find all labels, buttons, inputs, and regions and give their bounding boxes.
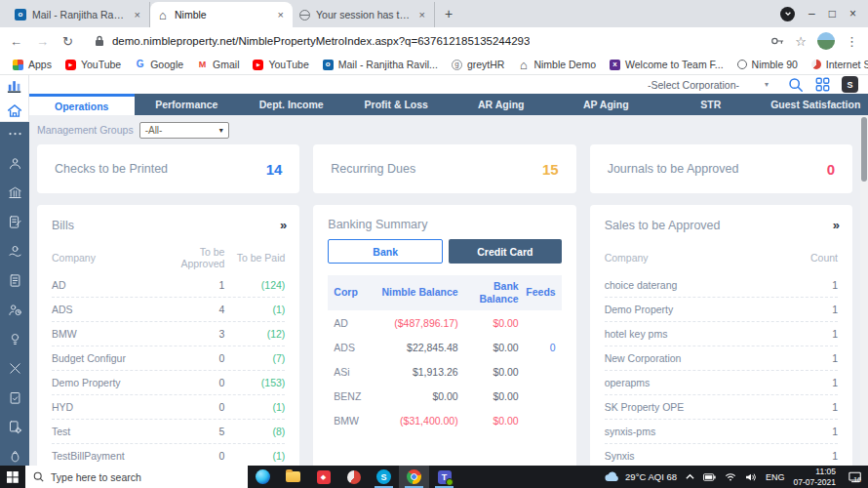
nav-tab-profit-loss[interactable]: Profit & Loss — [344, 94, 450, 115]
nav-tab-guest-satisfaction[interactable]: Guest Satisfaction — [764, 94, 868, 115]
banking-table-row[interactable]: ASi $1,913.26 $0.00 — [328, 359, 561, 384]
battery-icon[interactable] — [703, 473, 716, 481]
taskbar-app-speedtest[interactable] — [338, 466, 369, 488]
sales-table-row[interactable]: synxis-pms 1 — [605, 420, 838, 444]
sales-table-row[interactable]: Demo Property 1 — [605, 298, 838, 322]
tab-close-icon[interactable]: × — [133, 9, 142, 20]
sidebar-doc-settings-icon[interactable] — [7, 419, 22, 434]
bills-table-row[interactable]: BMW 3 (12) — [52, 322, 285, 346]
taskbar-app-teams[interactable] — [429, 466, 459, 488]
bookmark-item[interactable]: greytHR — [447, 58, 510, 71]
reload-button-icon[interactable]: ↻ — [62, 34, 73, 49]
new-tab-button[interactable]: + — [435, 6, 462, 21]
sidebar-user-admin-icon[interactable] — [7, 155, 22, 171]
media-controls-button[interactable] — [780, 7, 795, 21]
window-minimize-button[interactable]: – — [809, 7, 815, 20]
summary-card[interactable]: Recurring Dues 15 — [313, 144, 575, 193]
window-maximize-button[interactable]: □ — [829, 7, 836, 20]
taskbar-app-chrome[interactable] — [399, 466, 429, 488]
forward-button-icon[interactable]: → — [36, 34, 49, 49]
bookmark-item[interactable]: Nimble Demo — [513, 58, 601, 71]
page-scrollbar[interactable] — [860, 115, 868, 466]
notification-center-button[interactable]: 16 — [845, 471, 862, 483]
sales-table-row[interactable]: Synxis 1 — [605, 444, 838, 466]
sidebar-idea-icon[interactable] — [7, 331, 22, 346]
bills-table-row[interactable]: Test 5 (8) — [52, 420, 285, 444]
nav-tab-ap-aging[interactable]: AP Aging — [554, 94, 659, 115]
sidebar-bank-icon[interactable] — [7, 184, 22, 200]
browser-profile-avatar[interactable] — [817, 32, 835, 50]
search-icon[interactable] — [788, 77, 804, 93]
window-close-button[interactable]: × — [849, 7, 856, 20]
sidebar-user-clock-icon[interactable] — [7, 302, 22, 317]
nav-tab-operations[interactable]: Operations — [29, 94, 135, 115]
sidebar-report-icon[interactable] — [7, 389, 22, 405]
taskbar-search-box[interactable]: Type here to search — [25, 466, 248, 488]
volume-icon[interactable] — [745, 472, 757, 482]
tab-close-icon[interactable]: × — [417, 9, 427, 20]
bank-tab-button[interactable]: Bank — [328, 239, 443, 264]
sidebar-payment-icon[interactable] — [7, 243, 22, 259]
banking-table-row[interactable]: ADS $22,845.48 $0.00 0 — [328, 335, 561, 359]
tab-close-icon[interactable]: × — [276, 9, 286, 20]
taskbar-clock[interactable]: 11:05 07-07-2021 — [794, 467, 836, 486]
browser-tab[interactable]: Your session has timed out | Nim × — [293, 2, 435, 27]
sales-table-row[interactable]: choice daterang 1 — [605, 273, 838, 298]
home-icon[interactable] — [7, 103, 22, 118]
sales-table-row[interactable]: operapms 1 — [605, 371, 838, 395]
bookmark-star-icon[interactable]: ☆ — [795, 34, 807, 49]
sidebar-budget-icon[interactable] — [7, 448, 22, 464]
sidebar-tools-icon[interactable] — [7, 360, 22, 376]
taskbar-app-explorer[interactable] — [278, 466, 308, 488]
sidebar-menu-ellipsis-icon[interactable] — [7, 126, 22, 142]
sales-more-icon[interactable]: » — [833, 218, 838, 232]
corporation-select[interactable]: -Select Corporation- ▾ — [648, 79, 769, 91]
nav-tab-ar-aging[interactable]: AR Aging — [449, 94, 554, 115]
summary-card[interactable]: Journals to be Approved 0 — [590, 144, 852, 193]
bookmark-item[interactable]: Mail - Ranjitha Ravil... — [318, 58, 443, 71]
credit-card-tab-button[interactable]: Credit Card — [449, 239, 562, 264]
banking-table-row[interactable]: BMW ($31,400.00) $0.00 — [328, 408, 561, 432]
address-bar[interactable]: demo.nimbleproperty.net/NimblePropertyMe… — [87, 30, 757, 52]
nav-tab-performance[interactable]: Performance — [135, 94, 240, 115]
nav-tab-str[interactable]: STR — [658, 94, 764, 115]
bookmark-item[interactable]: Internet Speed Test... — [807, 58, 868, 71]
bookmark-item[interactable]: Nimble 90 — [732, 58, 803, 71]
bills-more-icon[interactable]: » — [280, 218, 285, 232]
user-avatar[interactable]: S — [842, 76, 858, 93]
taskbar-app-skype[interactable] — [369, 466, 399, 488]
taskbar-app-edge[interactable] — [248, 466, 278, 488]
bookmark-item[interactable]: Google — [130, 58, 188, 71]
taskbar-app-recorder[interactable] — [308, 466, 338, 488]
bookmark-item[interactable]: Welcome to Team F... — [605, 58, 729, 71]
management-groups-select[interactable]: -All- ▾ — [139, 122, 229, 139]
bookmark-item[interactable]: Apps — [8, 58, 57, 71]
browser-menu-icon[interactable]: ⋮ — [846, 34, 858, 49]
bank-feeds[interactable]: 0 — [519, 342, 556, 353]
tray-chevron-up-icon[interactable] — [686, 473, 694, 480]
language-indicator[interactable]: ENG — [766, 472, 785, 482]
back-button-icon[interactable]: ← — [10, 34, 22, 49]
network-icon[interactable] — [725, 472, 736, 481]
browser-tab[interactable]: Nimble × — [150, 2, 293, 27]
scrollbar-thumb[interactable] — [861, 117, 867, 182]
bills-table-row[interactable]: TestBillPayment 0 (1) — [52, 444, 285, 466]
bills-table-row[interactable]: Demo Property 0 (153) — [52, 371, 285, 395]
summary-card[interactable]: Checks to be Printed 14 — [37, 144, 299, 193]
bills-table-row[interactable]: AD 1 (124) — [52, 273, 285, 298]
sales-table-row[interactable]: SK Property OPE 1 — [605, 395, 838, 420]
bookmark-item[interactable]: YouTube — [248, 58, 313, 71]
banking-table-row[interactable]: AD ($487,896.17) $0.00 — [328, 310, 561, 335]
bills-table-row[interactable]: Budget Configur 0 (7) — [52, 346, 285, 371]
nav-tab-dept-income[interactable]: Dept. Income — [239, 94, 344, 115]
weather-widget[interactable]: 29°C AQI 68 — [605, 471, 677, 482]
apps-grid-icon[interactable] — [815, 77, 830, 92]
browser-tab[interactable]: Mail - Ranjitha Ravilala - Outlook × — [8, 2, 150, 27]
sidebar-journal-icon[interactable] — [7, 214, 22, 229]
password-key-icon[interactable] — [770, 35, 784, 47]
bills-table-row[interactable]: HYD 0 (1) — [52, 395, 285, 420]
bills-table-row[interactable]: ADS 4 (1) — [52, 298, 285, 322]
sales-table-row[interactable]: New Corporation 1 — [605, 346, 838, 371]
bookmark-item[interactable]: YouTube — [60, 58, 126, 71]
bookmark-item[interactable]: Gmail — [192, 58, 244, 71]
